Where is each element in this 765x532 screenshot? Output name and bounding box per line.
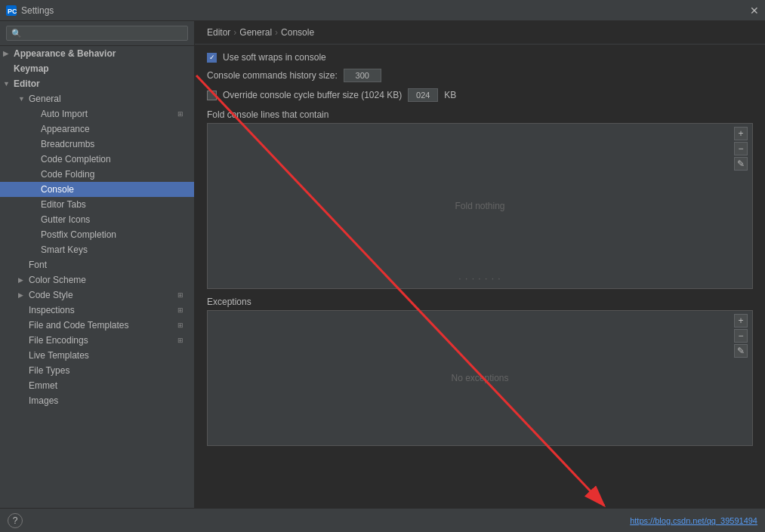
exceptions-remove-button[interactable]: − <box>734 329 748 343</box>
sidebar-item-inspections[interactable]: Inspections ⊞ <box>0 303 194 318</box>
fold-panel: Fold nothing + − ✎ · · · · · · · <box>207 123 753 289</box>
footer: ? https://blog.csdn.net/qq_39591494 <box>0 508 765 532</box>
fold-section-label: Fold console lines that contain <box>207 109 753 120</box>
footer-link[interactable]: https://blog.csdn.net/qq_39591494 <box>630 516 757 525</box>
sidebar-item-label: Console <box>41 184 74 195</box>
history-size-label: Console commands history size: <box>207 70 338 81</box>
exceptions-placeholder: No exceptions <box>451 373 508 383</box>
sidebar-item-label: Emmet <box>29 380 57 391</box>
sidebar-item-label: Editor Tabs <box>41 199 86 210</box>
exceptions-panel: No exceptions + − ✎ <box>207 310 753 446</box>
sidebar-item-console[interactable]: Console <box>0 182 194 197</box>
content-area: Editor › General › Console Use soft wrap… <box>195 21 765 508</box>
copy-icon: ⊞ <box>177 110 188 118</box>
copy-icon: ⊞ <box>177 291 188 299</box>
arrow-icon: ▼ <box>18 95 26 103</box>
title-bar: PC Settings ✕ <box>0 0 765 21</box>
sidebar-item-editor[interactable]: ▼ Editor <box>0 76 194 91</box>
copy-icon: ⊞ <box>177 306 188 314</box>
main-layout: ▶ Appearance & Behavior Keymap ▼ Editor … <box>0 21 765 508</box>
exceptions-edit-button[interactable]: ✎ <box>734 344 748 358</box>
soft-wrap-checkbox[interactable] <box>207 53 217 63</box>
copy-icon: ⊞ <box>177 321 188 329</box>
sidebar-item-font[interactable]: Font <box>0 257 194 272</box>
sidebar-item-general[interactable]: ▼ General <box>0 91 194 106</box>
sidebar-item-auto-import[interactable]: Auto Import ⊞ <box>0 106 194 121</box>
app-icon: PC <box>6 5 17 16</box>
arrow-icon: ▼ <box>3 80 11 88</box>
sidebar-item-color-scheme[interactable]: ▶ Color Scheme <box>0 272 194 288</box>
sidebar-item-label: Smart Keys <box>41 244 88 255</box>
fold-remove-button[interactable]: − <box>734 142 748 155</box>
sidebar-item-label: Gutter Icons <box>41 214 90 225</box>
sidebar-item-label: General <box>29 94 61 104</box>
override-checkbox[interactable] <box>207 91 217 100</box>
sidebar-item-file-code-templates[interactable]: File and Code Templates ⊞ <box>0 318 194 333</box>
sidebar-item-label: Font <box>29 260 47 270</box>
sidebar-item-breadcrumbs[interactable]: Breadcrumbs <box>0 137 194 152</box>
sidebar-item-label: Color Scheme <box>29 275 86 285</box>
breadcrumb-sep2: › <box>275 27 278 38</box>
sidebar-item-label: Appearance & Behavior <box>14 48 116 59</box>
sidebar-item-label: Postfix Completion <box>41 229 116 240</box>
sidebar-item-emmet[interactable]: Emmet <box>0 378 194 393</box>
sidebar-item-code-completion[interactable]: Code Completion <box>0 152 194 167</box>
breadcrumb-part3: Console <box>281 27 314 38</box>
splitter-dots: · · · · · · · <box>458 273 501 284</box>
title-bar-left: PC Settings <box>6 5 54 16</box>
sidebar: ▶ Appearance & Behavior Keymap ▼ Editor … <box>0 21 195 508</box>
override-row: Override console cycle buffer size (1024… <box>207 88 753 102</box>
sidebar-item-label: Code Completion <box>41 154 111 165</box>
exceptions-label: Exceptions <box>207 297 753 307</box>
sidebar-item-file-encodings[interactable]: File Encodings ⊞ <box>0 333 194 348</box>
sidebar-item-label: Code Folding <box>41 169 94 180</box>
breadcrumb-part2: General <box>239 27 272 38</box>
sidebar-item-gutter-icons[interactable]: Gutter Icons <box>0 212 194 227</box>
sidebar-item-file-types[interactable]: File Types <box>0 363 194 378</box>
breadcrumb-sep1: › <box>233 27 236 38</box>
sidebar-item-appearance[interactable]: Appearance <box>0 121 194 137</box>
sidebar-item-editor-tabs[interactable]: Editor Tabs <box>0 197 194 212</box>
arrow-icon: ▶ <box>18 291 26 299</box>
override-unit: KB <box>444 90 456 100</box>
sidebar-item-label: Editor <box>14 78 40 89</box>
svg-text:PC: PC <box>8 8 17 15</box>
fold-placeholder: Fold nothing <box>455 201 504 211</box>
exceptions-add-button[interactable]: + <box>734 314 748 328</box>
override-value-input[interactable] <box>408 88 438 102</box>
fold-add-button[interactable]: + <box>734 127 748 140</box>
sidebar-item-label: Breadcrumbs <box>41 139 94 149</box>
breadcrumb-part1: Editor <box>207 27 230 38</box>
fold-edit-button[interactable]: ✎ <box>734 157 748 171</box>
arrow-icon: ▶ <box>18 276 26 284</box>
soft-wrap-label: Use soft wraps in console <box>223 52 326 63</box>
sidebar-item-postfix-completion[interactable]: Postfix Completion <box>0 227 194 242</box>
sidebar-item-code-style[interactable]: ▶ Code Style ⊞ <box>0 288 194 303</box>
help-button[interactable]: ? <box>8 513 23 528</box>
soft-wrap-row: Use soft wraps in console <box>207 52 753 63</box>
override-label: Override console cycle buffer size (1024… <box>223 90 402 100</box>
breadcrumb: Editor › General › Console <box>195 21 765 45</box>
sidebar-item-label: File Encodings <box>29 335 88 346</box>
sidebar-item-label: Images <box>29 395 58 406</box>
sidebar-item-label: File Types <box>29 365 69 376</box>
search-box <box>0 21 194 46</box>
sidebar-item-smart-keys[interactable]: Smart Keys <box>0 242 194 257</box>
sidebar-item-label: Appearance <box>41 124 90 134</box>
sidebar-item-label: Live Templates <box>29 350 89 361</box>
arrow-icon: ▶ <box>3 50 11 57</box>
sidebar-item-images[interactable]: Images <box>0 393 194 408</box>
sidebar-item-keymap[interactable]: Keymap <box>0 61 194 76</box>
search-input[interactable] <box>6 26 188 41</box>
sidebar-item-live-templates[interactable]: Live Templates <box>0 348 194 363</box>
sidebar-item-label: Code Style <box>29 290 73 300</box>
close-button[interactable]: ✕ <box>750 5 759 17</box>
history-size-row: Console commands history size: <box>207 69 753 82</box>
sidebar-item-label: Keymap <box>14 63 49 74</box>
exceptions-panel-actions: + − ✎ <box>734 314 748 358</box>
history-size-input[interactable] <box>344 69 381 82</box>
sidebar-item-label: File and Code Templates <box>29 320 129 331</box>
sidebar-item-appearance-behavior[interactable]: ▶ Appearance & Behavior <box>0 46 194 61</box>
sidebar-item-code-folding[interactable]: Code Folding <box>0 167 194 182</box>
fold-panel-actions: + − ✎ <box>734 127 748 171</box>
